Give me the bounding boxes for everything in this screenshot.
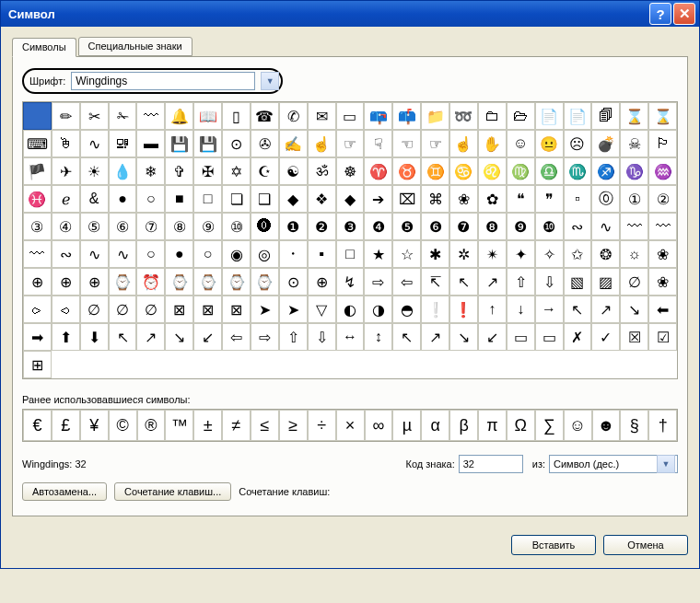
symbol-cell[interactable]: ⇦ [222,323,251,351]
symbol-cell[interactable]: ❀ [648,240,677,268]
symbol-cell[interactable]: 〰 [136,102,165,130]
symbol-cell[interactable]: 💣 [591,130,620,157]
symbol-cell[interactable]: ◐ [336,296,365,323]
symbol-cell[interactable]: ☑ [648,323,677,351]
symbol-cell[interactable]: ③ [23,213,52,240]
symbol-cell[interactable]: 🔔 [165,102,193,130]
symbol-cell[interactable]: ▭ [535,323,564,351]
symbol-cell[interactable]: ∅ [136,296,165,323]
symbol-cell[interactable]: ❻ [421,213,449,240]
symbol-cell[interactable]: ○ [136,240,165,268]
symbol-cell[interactable]: ↔ [336,323,365,351]
symbol-cell[interactable]: ♒ [648,157,677,185]
recent-symbol-cell[interactable]: π [478,410,507,441]
recent-symbol-cell[interactable]: µ [392,410,421,441]
symbol-cell[interactable]: ⌚ [109,268,137,296]
symbol-cell[interactable]: 💾 [165,130,193,157]
symbol-cell[interactable]: 〰 [23,240,52,268]
symbol-cell[interactable]: ◓ [392,296,421,323]
symbol-cell[interactable]: ⌚ [193,268,222,296]
symbol-cell[interactable]: ➿ [449,102,478,130]
symbol-cell[interactable]: ❖ [308,185,336,213]
symbol-cell[interactable]: ∾ [564,213,592,240]
symbol-cell[interactable]: ℯ [52,185,80,213]
symbol-cell[interactable]: ⌧ [392,185,421,213]
symbol-cell[interactable]: ❂ [591,240,620,268]
symbol-cell[interactable]: ♋ [449,157,478,185]
recent-symbol-cell[interactable]: β [449,410,478,441]
symbol-cell[interactable]: ▪ [308,240,336,268]
symbol-cell[interactable]: ↗ [478,268,507,296]
symbol-cell[interactable]: ✂ [80,102,109,130]
symbol-cell[interactable]: ✿ [478,185,507,213]
symbol-cell[interactable]: □ [193,185,222,213]
recent-symbol-cell[interactable]: ™ [165,410,193,441]
symbol-cell[interactable]: ⬇ [80,323,109,351]
symbol-cell[interactable]: ∅ [80,296,109,323]
symbol-cell[interactable]: 💧 [109,157,137,185]
symbol-cell[interactable]: ⇩ [535,268,564,296]
symbol-cell[interactable]: ❶ [279,213,308,240]
recent-symbol-cell[interactable]: ¥ [80,410,109,441]
symbol-cell[interactable]: ⇦ [392,268,421,296]
symbol-cell[interactable]: ○ [193,240,222,268]
symbol-cell[interactable]: ✧ [535,240,564,268]
symbol-cell[interactable]: ⊕ [80,268,109,296]
symbol-cell[interactable]: ⌛ [648,102,677,130]
symbol-cell[interactable]: ⓪ [591,185,620,213]
symbol-cell[interactable]: ▬ [136,130,165,157]
autocorrect-button[interactable]: Автозамена... [22,482,107,501]
symbol-cell[interactable]: □ [336,240,365,268]
symbol-cell[interactable]: ➡ [23,323,52,351]
symbol-cell[interactable]: ⊠ [193,296,222,323]
recent-symbol-cell[interactable]: © [109,410,137,441]
recent-symbol-cell[interactable]: ± [193,410,222,441]
symbol-cell[interactable]: ♓ [23,185,52,213]
symbol-cell[interactable]: ↙ [193,323,222,351]
symbol-cell[interactable]: ✈ [52,157,80,185]
symbol-cell[interactable]: ✠ [193,157,222,185]
font-select-input[interactable] [71,72,255,90]
cancel-button[interactable]: Отмена [603,535,688,555]
recent-symbol-cell[interactable]: ≥ [279,410,308,441]
symbol-cell[interactable]: 📄 [535,102,564,130]
symbol-cell[interactable]: ④ [52,213,80,240]
symbol-cell[interactable]: 📖 [193,102,222,130]
symbol-cell[interactable]: ↖ [564,296,592,323]
close-button[interactable]: ✕ [673,3,695,25]
symbol-cell[interactable]: ⑨ [193,213,222,240]
symbol-cell[interactable]: ↑ [478,296,507,323]
symbol-cell[interactable]: ⑤ [80,213,109,240]
shortcut-button[interactable]: Сочетание клавиш... [114,482,231,501]
symbol-cell[interactable]: 🖰 [52,130,80,157]
recent-symbol-cell[interactable]: ☻ [592,410,621,441]
symbol-cell[interactable]: ❞ [535,185,564,213]
symbol-cell[interactable]: ✉ [308,102,336,130]
symbol-cell[interactable]: ❕ [421,296,449,323]
symbol-cell[interactable]: ☀ [80,157,109,185]
symbol-cell[interactable]: ⇨ [251,323,279,351]
symbol-cell[interactable]: ↓ [507,296,535,323]
symbol-cell[interactable]: ⑥ [109,213,137,240]
symbol-cell[interactable]: ✍ [279,130,308,157]
symbol-cell[interactable]: ❽ [478,213,507,240]
recent-symbol-cell[interactable]: ∞ [365,410,393,441]
symbol-cell[interactable]: ✲ [449,240,478,268]
symbol-cell[interactable]: ✁ [109,102,137,130]
symbol-cell[interactable]: ↖ [109,323,137,351]
symbol-cell[interactable]: ∿ [591,213,620,240]
symbol-cell[interactable]: ✇ [251,130,279,157]
symbol-cell[interactable]: ◎ [251,240,279,268]
symbol-cell[interactable]: 📁 [421,102,449,130]
symbol-cell[interactable]: ☟ [364,130,392,157]
symbol-cell[interactable]: ● [109,185,137,213]
symbol-cell[interactable]: 🖳 [109,130,137,157]
symbol-cell[interactable]: ✓ [591,323,620,351]
symbol-cell[interactable]: ✩ [564,240,592,268]
symbol-cell[interactable]: ⇩ [308,323,336,351]
symbol-cell[interactable]: ★ [364,240,392,268]
symbol-cell[interactable]: ☜ [392,130,421,157]
symbol-cell[interactable]: ↗ [421,323,449,351]
symbol-cell[interactable]: ☺ [507,130,535,157]
symbol-cell[interactable]: ✗ [564,323,592,351]
